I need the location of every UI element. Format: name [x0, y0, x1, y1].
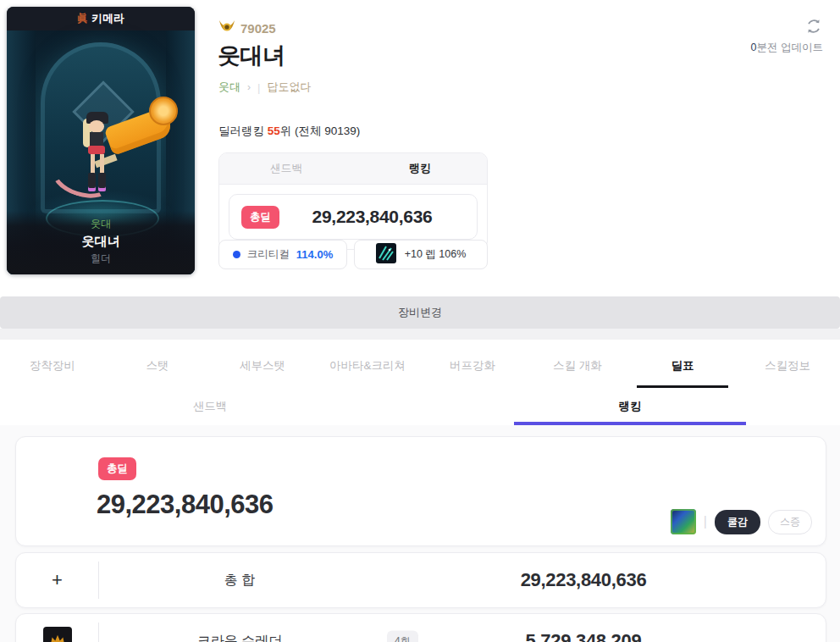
portrait-orange-slice	[149, 97, 178, 125]
critical-chip: 크리티컬 114.0%	[218, 240, 347, 269]
awakening-title: 眞 키메라	[7, 7, 195, 30]
dot-icon	[233, 251, 240, 258]
total-damage-value: 29,223,840,636	[97, 490, 274, 520]
chevron-right-icon: ›	[247, 81, 251, 93]
row-name: 크라운 슈레더	[99, 614, 380, 642]
fame-value: 79025	[240, 21, 276, 36]
portrait-boot	[98, 173, 106, 188]
tab-buff-enhance[interactable]: 버프강화	[420, 343, 525, 388]
breadcrumb-group[interactable]: 웃대	[218, 80, 240, 95]
row-value: 29,223,840,636	[439, 553, 727, 607]
subtab-ranking[interactable]: 랭킹	[420, 388, 840, 425]
main-tab-bar: 장착장비 스탯 세부스탯 아바타&크리쳐 버프강화 스킬 개화 딜표 스킬정보	[0, 343, 840, 389]
subtab-sandbag[interactable]: 샌드백	[0, 388, 420, 425]
rank-total: (전체 90139)	[295, 125, 360, 137]
summary-tab-sandbag[interactable]: 샌드백	[219, 153, 353, 184]
summary-tab-bar: 샌드백 랭킹	[219, 153, 487, 185]
row-value: 5,729,348,209	[439, 614, 727, 642]
table-row-total[interactable]: + 총 합 29,223,840,636	[15, 552, 826, 608]
expand-button[interactable]: +	[52, 569, 63, 591]
table-row-skill[interactable]: 크라운 슈레더 4회 5,729,348,209	[15, 613, 826, 642]
equip-bar-shadow	[0, 329, 840, 340]
summary-total-row: 총딜 29,223,840,636	[229, 194, 478, 240]
portrait-boot	[88, 173, 96, 188]
skill-damage-toggle-button[interactable]: 스증	[768, 510, 812, 534]
tab-skill-info[interactable]: 스킬정보	[735, 343, 840, 388]
fame-row: 79025	[218, 19, 276, 36]
rank-prefix: 딜러랭킹	[218, 125, 264, 137]
damage-table-section: 총딜 29,223,840,636 | 쿨감 스증 + 총 합 29,223,8…	[0, 425, 840, 642]
character-name: 웃대녀	[7, 234, 195, 250]
crown-skill-icon	[43, 627, 72, 642]
sub-tab-bar: 샌드백 랭킹	[0, 388, 840, 426]
tab-avatar-creature[interactable]: 아바타&크리쳐	[315, 343, 420, 388]
character-card-footer: 웃대 웃대녀 힐더	[7, 211, 195, 274]
dealer-rank-line: 딜러랭킹 55위 (전체 90139)	[218, 124, 360, 139]
portrait-shorts	[88, 146, 105, 154]
tab-damage-table[interactable]: 딜표	[630, 343, 735, 388]
buff-skill-icon	[671, 509, 696, 534]
page-title: 웃대녀	[218, 41, 285, 71]
adventure-group-name: 웃대	[7, 217, 195, 231]
summary-tab-ranking[interactable]: 랭킹	[353, 153, 487, 184]
awakening-name: 키메라	[91, 11, 124, 26]
rank-unit: 위	[280, 125, 292, 137]
refresh-icon[interactable]	[804, 17, 823, 36]
equip-change-button[interactable]: 장비변경	[0, 296, 840, 329]
critical-value: 114.0%	[296, 248, 333, 261]
breadcrumb: 웃대 › | 답도없다	[218, 80, 311, 95]
breadcrumb-divider: |	[257, 81, 260, 94]
total-damage-badge: 총딜	[98, 457, 136, 480]
hit-count-badge: 4회	[387, 631, 418, 642]
tab-detail-stats[interactable]: 세부스탯	[210, 343, 315, 388]
tab-equipment[interactable]: 장착장비	[0, 343, 105, 388]
character-card: 眞 키메라 웃대 웃대녀 힐더	[7, 7, 195, 274]
total-damage-badge: 총딜	[241, 206, 279, 229]
buff-level-text: +10 렙 106%	[405, 247, 467, 262]
portrait-head	[89, 120, 104, 133]
update-minutes: 0	[751, 42, 757, 53]
server-name: 힐더	[7, 252, 195, 266]
tab-stats[interactable]: 스탯	[105, 343, 210, 388]
buff-chip: +10 렙 106%	[354, 240, 488, 269]
total-damage-card: 총딜 29,223,840,636 | 쿨감 스증	[15, 436, 826, 546]
rank-number: 55	[268, 125, 280, 137]
critical-label: 크리티컬	[247, 247, 290, 262]
last-update-label: 0분전 업데이트	[751, 41, 823, 55]
row-name: 총 합	[99, 553, 380, 607]
damage-option-controls: | 쿨감 스증	[671, 509, 812, 534]
cooldown-toggle-button[interactable]: 쿨감	[715, 510, 760, 534]
medal-icon	[218, 19, 235, 36]
update-text: 분전 업데이트	[757, 42, 823, 53]
character-page: 眞 키메라 웃대 웃대녀 힐더	[0, 0, 840, 642]
character-portrait: 웃대 웃대녀 힐더	[7, 30, 195, 274]
awakening-prefix: 眞	[77, 11, 88, 26]
tab-skill-bloom[interactable]: 스킬 개화	[525, 343, 630, 388]
breadcrumb-guild[interactable]: 답도없다	[267, 80, 311, 95]
total-damage-value: 29,223,840,636	[279, 207, 465, 227]
controls-divider: |	[704, 514, 707, 529]
damage-summary-box: 샌드백 랭킹 총딜 29,223,840,636	[218, 152, 488, 250]
buff-skill-icon	[376, 243, 396, 267]
